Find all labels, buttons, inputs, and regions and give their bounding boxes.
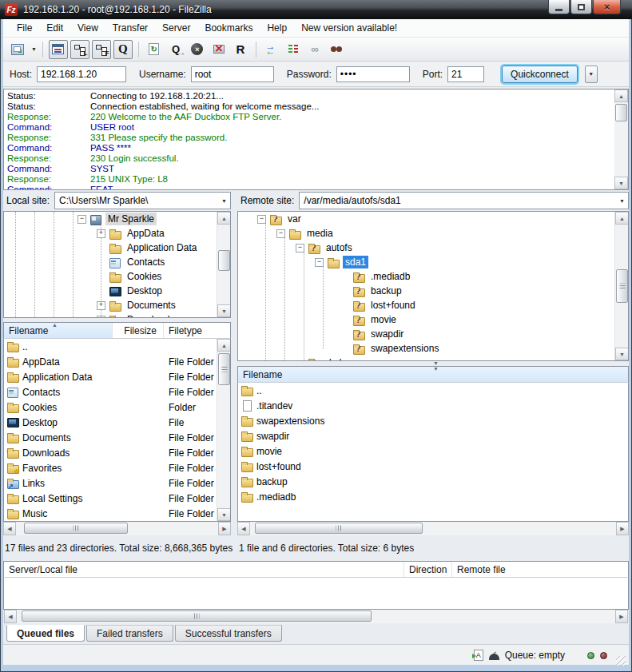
- log-vertical-scrollbar[interactable]: ▲ ▼: [614, 89, 628, 189]
- scroll-down-arrow[interactable]: ▼: [217, 508, 231, 521]
- local-list-horizontal-scrollbar[interactable]: ◀ ▶: [3, 522, 231, 535]
- scroll-right-arrow[interactable]: ▶: [615, 610, 628, 623]
- process-queue-button[interactable]: Q: [166, 40, 185, 59]
- table-row[interactable]: ..: [4, 339, 217, 354]
- menu-item[interactable]: View: [70, 20, 105, 36]
- sash-collapse-icon[interactable]: ▼: [433, 360, 439, 366]
- username-input[interactable]: [191, 66, 274, 82]
- link-button[interactable]: ∞: [305, 40, 324, 59]
- local-list-vertical-scrollbar[interactable]: ▲ ▼: [217, 339, 230, 521]
- tree-expander[interactable]: [78, 215, 86, 224]
- table-row[interactable]: Contacts File Folder: [4, 384, 217, 400]
- table-row[interactable]: swapextensions: [238, 413, 628, 428]
- local-site-combobox[interactable]: C:\Users\Mr Sparkle\ ▼: [54, 192, 231, 209]
- directory-comparison-button[interactable]: [262, 40, 281, 59]
- table-row[interactable]: movie: [238, 443, 628, 459]
- scroll-left-arrow[interactable]: ◀: [3, 522, 16, 535]
- toggle-queue-button[interactable]: Q: [113, 40, 133, 59]
- tree-expander[interactable]: [276, 229, 285, 238]
- menu-item[interactable]: File: [10, 20, 39, 36]
- remote-tree-vertical-scrollbar[interactable]: ▲ ▼: [614, 212, 628, 360]
- table-row[interactable]: AppData File Folder: [4, 354, 217, 369]
- resize-grip[interactable]: [616, 656, 626, 666]
- column-header-remote-file[interactable]: Remote file: [452, 562, 628, 577]
- host-input[interactable]: [37, 66, 126, 82]
- tree-node[interactable]: var: [257, 212, 614, 226]
- title-bar[interactable]: Fz 192.168.1.20 - root@192.168.1.20 - Fi…: [0, 0, 632, 19]
- queue-tab[interactable]: Successful transfers: [175, 625, 282, 642]
- menu-item[interactable]: New version available!: [294, 20, 404, 36]
- chevron-down-icon[interactable]: ▼: [218, 193, 230, 209]
- tree-node[interactable]: .mediadb: [340, 269, 614, 284]
- scrollbar-thumb[interactable]: [22, 610, 372, 622]
- table-row[interactable]: swapdir: [238, 428, 628, 443]
- scrollbar-thumb[interactable]: [616, 269, 628, 303]
- table-row[interactable]: Documents File Folder: [4, 430, 217, 445]
- tree-expander[interactable]: [296, 244, 304, 252]
- tree-node[interactable]: backup: [340, 284, 614, 298]
- tree-node[interactable]: media: [276, 226, 614, 241]
- toggle-remote-tree-button[interactable]: [92, 40, 111, 59]
- tree-expander[interactable]: [97, 316, 105, 319]
- queue-tab[interactable]: Queued files: [6, 625, 85, 642]
- queue-horizontal-scrollbar[interactable]: ◀ ▶: [4, 610, 628, 623]
- scroll-up-arrow[interactable]: ▲: [217, 339, 231, 352]
- column-header-filename[interactable]: Filename ▲: [4, 323, 113, 338]
- scroll-left-arrow[interactable]: ◀: [4, 610, 17, 623]
- synchronized-browsing-button[interactable]: [284, 40, 303, 59]
- tree-node[interactable]: Cookies: [97, 269, 217, 284]
- queue-tab[interactable]: Failed transfers: [86, 625, 173, 642]
- local-tree-vertical-scrollbar[interactable]: ▲ ▼: [217, 212, 230, 317]
- site-manager-button[interactable]: [8, 40, 27, 59]
- quickconnect-button[interactable]: Quickconnect: [502, 66, 578, 83]
- refresh-button[interactable]: [145, 40, 164, 59]
- chevron-down-icon[interactable]: ▼: [616, 193, 628, 209]
- scrollbar-thumb[interactable]: [615, 104, 627, 121]
- menu-item[interactable]: Bookmarks: [197, 20, 260, 36]
- scrollbar-thumb[interactable]: [218, 353, 230, 385]
- scrollbar-thumb[interactable]: [255, 523, 423, 534]
- tree-node[interactable]: AppData: [97, 226, 217, 241]
- tree-node[interactable]: movie: [340, 312, 614, 327]
- remote-list-horizontal-scrollbar[interactable]: ◀ ▶: [237, 522, 629, 535]
- toggle-message-log-button[interactable]: [49, 40, 68, 59]
- scroll-down-arrow[interactable]: ▼: [614, 177, 628, 189]
- table-row[interactable]: Desktop File: [4, 415, 217, 430]
- disconnect-button[interactable]: [209, 40, 229, 59]
- table-row[interactable]: Links File Folder: [4, 475, 217, 491]
- tree-node[interactable]: Contacts: [97, 255, 217, 269]
- reconnect-button[interactable]: R: [231, 40, 250, 59]
- toggle-local-tree-button[interactable]: [70, 40, 89, 59]
- table-row[interactable]: Favorites File Folder: [4, 460, 217, 475]
- quickconnect-dropdown[interactable]: ▼: [585, 66, 598, 83]
- password-input[interactable]: [336, 66, 410, 82]
- menu-item[interactable]: Server: [155, 20, 197, 36]
- table-row[interactable]: Music File Folder: [4, 506, 217, 521]
- scroll-down-arrow[interactable]: ▼: [615, 348, 629, 360]
- port-input[interactable]: [447, 66, 484, 82]
- speed-limits-icon[interactable]: [489, 654, 499, 660]
- menu-item[interactable]: Help: [260, 20, 294, 36]
- column-header-server-local-file[interactable]: Server/Local file: [4, 562, 404, 577]
- scroll-up-arrow[interactable]: ▲: [614, 89, 628, 102]
- column-header-direction[interactable]: Direction: [404, 562, 452, 577]
- menu-item[interactable]: Edit: [39, 20, 70, 36]
- scroll-left-arrow[interactable]: ◀: [237, 522, 250, 535]
- tree-node[interactable]: dvd: [296, 356, 614, 361]
- table-row[interactable]: Downloads File Folder: [4, 445, 217, 460]
- cancel-operation-button[interactable]: ×: [188, 40, 207, 59]
- close-button[interactable]: ×: [593, 0, 621, 14]
- maximize-button[interactable]: [570, 0, 592, 14]
- column-header-filetype[interactable]: Filetype: [164, 323, 217, 338]
- tree-node[interactable]: Mr Sparkle: [78, 212, 217, 226]
- tree-expander[interactable]: [315, 258, 324, 267]
- tree-node[interactable]: swapdir: [340, 327, 614, 341]
- scroll-right-arrow[interactable]: ▶: [218, 522, 231, 535]
- tree-node[interactable]: lost+found: [340, 298, 614, 312]
- table-row[interactable]: Cookies Folder: [4, 400, 217, 415]
- table-row[interactable]: backup: [238, 474, 628, 489]
- scroll-right-arrow[interactable]: ▶: [616, 522, 629, 535]
- site-manager-dropdown[interactable]: ▼: [31, 46, 37, 52]
- tree-expander[interactable]: [257, 215, 266, 224]
- minimize-button[interactable]: [548, 0, 570, 14]
